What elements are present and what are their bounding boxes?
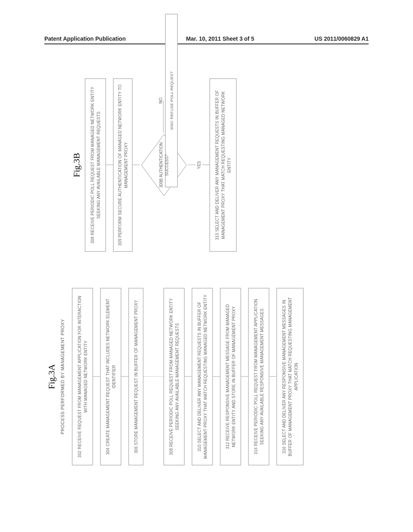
no-branch: NO 309C REFUSE POLL REQUEST [159, 71, 178, 131]
connector [185, 376, 192, 377]
step-308: 308 RECEIVE PERIODIC POLL REQUEST FROM M… [164, 288, 185, 466]
figure-3b-label: Fig.3B [71, 153, 82, 177]
step-312: 312 RECEIVE RESPONSIVE MANAGEMENT MESSAG… [220, 288, 241, 466]
connector-dotted [144, 376, 164, 377]
step-310: 310 SELECT AND DELIVER ANY MANAGEMENT RE… [192, 288, 213, 466]
step-309: 309 PERFORM SECURE AUTHENTICATION OF MAN… [113, 79, 133, 252]
figure-3b-column: Fig.3B 308 RECEIVE PERIODIC POLL REQUEST… [46, 71, 367, 260]
step-316: 316 SELECT AND DELIVER ANY RESPONSIVE MA… [277, 288, 304, 466]
header-center: Mar. 10, 2011 Sheet 3 of 5 [186, 35, 254, 42]
rotated-diagram-area: Fig.3A PROCESS PERFORMED BY MANAGEMENT P… [0, 108, 413, 436]
connector [213, 376, 220, 377]
figure-3a-subtitle: PROCESS PERFORMED BY MANAGEMENT PROXY [60, 319, 65, 434]
connector [269, 376, 277, 377]
step-308b: 308 RECEIVE PERIODIC POLL REQUEST FROM M… [85, 79, 106, 252]
connector [133, 165, 140, 165]
no-label: NO [159, 98, 163, 104]
step-302: 302 RECEIVE REQUEST FROM MANAGEMENT APPL… [72, 288, 93, 466]
connector [188, 165, 196, 165]
yes-label: YES [197, 161, 201, 169]
header-right: US 2011/0060829 A1 [315, 35, 369, 42]
connector [241, 376, 248, 377]
header-left: Patent Application Publication [44, 35, 126, 42]
decision-branch-row: 309B AUTHENTICATION SUCCESS? YES NO 309C… [140, 71, 210, 260]
connector [106, 165, 113, 165]
connector [202, 165, 210, 165]
step-304: 304 CREATE MANAGEMENT REQUEST THAT INCLU… [100, 288, 121, 466]
connector [93, 376, 100, 377]
step-314: 314 RECEIVE PERIODIC POLL REQUEST FROM M… [248, 288, 269, 466]
step-306: 306 STORE MANAGEMENT REQUEST IN BUFFER O… [129, 288, 144, 466]
figure-3a-label: Fig.3A [46, 364, 57, 389]
page: Patent Application Publication Mar. 10, … [0, 0, 413, 532]
diagram-inner: Fig.3A PROCESS PERFORMED BY MANAGEMENT P… [42, 58, 371, 486]
page-header: Patent Application Publication Mar. 10, … [44, 35, 369, 44]
step-310b: 310 SELECT AND DELIVER ANY MANAGEMENT RE… [210, 79, 237, 252]
figure-3a-column: Fig.3A PROCESS PERFORMED BY MANAGEMENT P… [46, 276, 367, 478]
decision-309b: 309B AUTHENTICATION SUCCESS? [140, 133, 188, 197]
connector [121, 376, 129, 377]
decision-text: 309B AUTHENTICATION SUCCESS? [159, 141, 170, 189]
